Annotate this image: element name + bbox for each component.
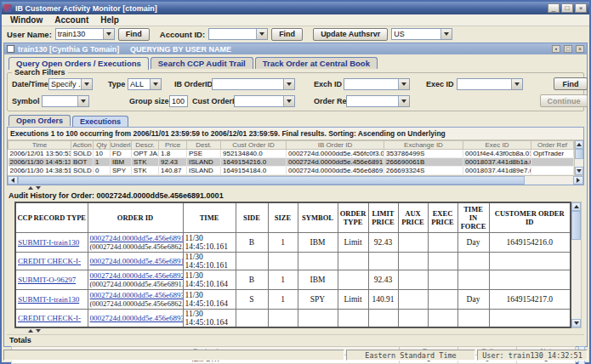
chevron-down-icon[interactable] [256,29,267,39]
scrollbar-thumb[interactable] [575,149,583,159]
scroll-left-icon[interactable] [8,176,18,185]
split-divider[interactable] [4,185,587,191]
symbol-combo[interactable] [42,95,89,107]
record-type-link[interactable]: SUBMIT-I-train130 [18,295,79,304]
audit-vertical-scrollbar[interactable] [571,202,582,328]
executions-vertical-scrollbar[interactable] [574,140,583,175]
col-ib-order-id[interactable]: IB Order ID [287,141,384,150]
order-id-link[interactable]: 0002724d.0000dd5e.456e6892.0001 [90,271,184,280]
split-divider[interactable] [4,328,587,334]
record-type-link[interactable]: CREDIT CHECK-I- [18,257,81,265]
scroll-up-icon[interactable] [571,202,581,211]
status-user-time: User: train130 14:32:51 [477,350,588,361]
filters-find-button[interactable]: Find [554,77,588,90]
find-user-button[interactable]: Find [118,28,150,41]
status-bar: Eastern Standard Time User: train130 14:… [2,348,589,362]
chevron-down-icon[interactable] [398,79,409,89]
order-id-link[interactable]: 0002724d.0000dd5e.456e6893.0001 [90,291,184,299]
chevron-down-icon[interactable] [283,96,294,106]
collapse-down-icon[interactable] [36,186,41,190]
record-type-link[interactable]: CREDIT CHECK-I- [18,314,81,322]
account-id-combo[interactable] [208,28,268,40]
menu-account[interactable]: Account [49,15,94,25]
order-id-link[interactable]: 0002724d.0000dd5e.456e6893.0001 [90,314,184,322]
col-order-id: ORDER ID [88,202,183,233]
find-account-button[interactable]: Find [271,28,303,41]
audit-header-row: CCP RECORD TYPE ORDER ID TIME SIDE SIZE … [15,202,571,233]
user-name-combo[interactable]: train130 [55,28,115,40]
frame-title-suffix: QUERYING BY USER NAME [130,45,231,54]
col-order-ref[interactable]: Order Ref [531,141,574,150]
frame-close-icon[interactable]: × [576,45,584,53]
chevron-down-icon[interactable] [103,29,114,39]
continue-button[interactable]: Continue [540,94,588,107]
order-id-link[interactable]: 0002724d.0000dd5e.456e6891.0001 [90,257,184,265]
scrollbar-thumb[interactable] [571,211,581,240]
menu-window[interactable]: Window [5,15,48,25]
tab-track-order-central-book[interactable]: Track Order at Central Book [255,57,378,69]
col-exchange-id[interactable]: Exchange ID [384,141,463,150]
col-ccp-record-type: CCP RECORD TYPE [15,202,88,233]
chevron-down-icon[interactable] [398,96,409,106]
scroll-down-icon[interactable] [571,319,581,327]
chevron-down-icon[interactable] [77,96,88,106]
col-side: SIDE [236,202,268,233]
executions-horizontal-scrollbar[interactable] [8,175,583,185]
frame-iconify-icon[interactable]: ▪ [552,45,560,53]
record-type-link[interactable]: SUBMIT-O-96297 [18,276,76,284]
audit-table: CCP RECORD TYPE ORDER ID TIME SIDE SIZE … [14,202,571,328]
cust-orderid-label: Cust OrderID [192,97,240,105]
close-button[interactable]: × [575,3,587,13]
scrollbar-thumb[interactable] [18,176,525,185]
col-descr[interactable]: Descr. [132,141,159,150]
execution-row[interactable]: 2006/11/30 14:38:51SOLD 0SPY STK140.87 I… [9,167,574,175]
maximize-button[interactable]: □ [561,3,573,13]
date-time-combo[interactable]: Specify ... [48,78,93,90]
type-combo[interactable]: ALL [128,78,162,90]
date-time-label: Date/Time [12,80,48,88]
collapse-up-icon[interactable] [28,186,33,190]
ib-orderid-combo[interactable] [212,78,295,90]
chevron-down-icon[interactable] [150,79,161,89]
col-time[interactable]: Time [9,141,71,150]
col-exec-price: EXEC PRICE [428,202,457,233]
collapse-down-icon[interactable] [36,329,41,333]
col-price[interactable]: Price [159,141,187,150]
menu-help[interactable]: Help [95,15,124,25]
tab-open-orders[interactable]: Open Orders [9,115,71,126]
region-combo[interactable]: US [391,28,452,40]
scroll-down-icon[interactable] [575,167,583,175]
order-id-link[interactable]: 0002724d.0000dd5e.456e6891.0001 [90,234,184,242]
minimize-button[interactable]: _ [548,3,560,13]
execution-row-selected[interactable]: 2006/11/30 14:45:13BOT 1IBM STK92.43 ISL… [9,158,574,167]
collapse-up-icon[interactable] [28,329,33,333]
order-id-note: (0002724d.0000dd5e.456e6862.0001) [90,242,181,251]
exch-id-combo[interactable] [344,78,410,90]
chevron-down-icon[interactable] [511,79,522,89]
col-dest[interactable]: Dest. [187,141,221,150]
col-action[interactable]: Action [71,141,94,150]
scroll-up-icon[interactable] [575,140,583,149]
scroll-right-icon[interactable] [573,176,583,185]
col-underl[interactable]: Underl. [111,141,132,150]
chevron-down-icon[interactable] [283,79,294,89]
group-size-input[interactable] [169,95,188,107]
tab-executions[interactable]: Executions [72,116,128,127]
frame-maximize-icon[interactable]: □ [564,45,572,53]
order-ref-label: Order Ref [314,97,349,105]
col-exec-id[interactable]: Exec ID [463,141,531,150]
tab-search-ccp-audit-trail[interactable]: Search CCP Audit Trail [151,57,253,69]
order-ref-combo[interactable] [346,95,410,107]
chevron-down-icon[interactable] [440,29,452,39]
record-type-link[interactable]: SUBMIT-I-train130 [18,238,79,247]
col-qty[interactable]: Qty [94,141,111,150]
chevron-down-icon[interactable] [81,79,92,89]
frame-title: train130 [Cynthia G Tomain] [18,45,119,54]
update-authsrvr-button[interactable]: Update Authsrvr [313,28,388,41]
frame-checkbox[interactable] [7,45,14,53]
symbol-label: Symbol [12,97,40,105]
execution-row[interactable]: 2006/12/01 13:50:53SOLD 10FD OPT JA..1.8… [9,150,574,158]
cust-orderid-combo[interactable] [234,95,295,107]
col-cust-order-id[interactable]: Cust Order ID [221,141,287,150]
exec-id-combo[interactable] [457,78,523,90]
